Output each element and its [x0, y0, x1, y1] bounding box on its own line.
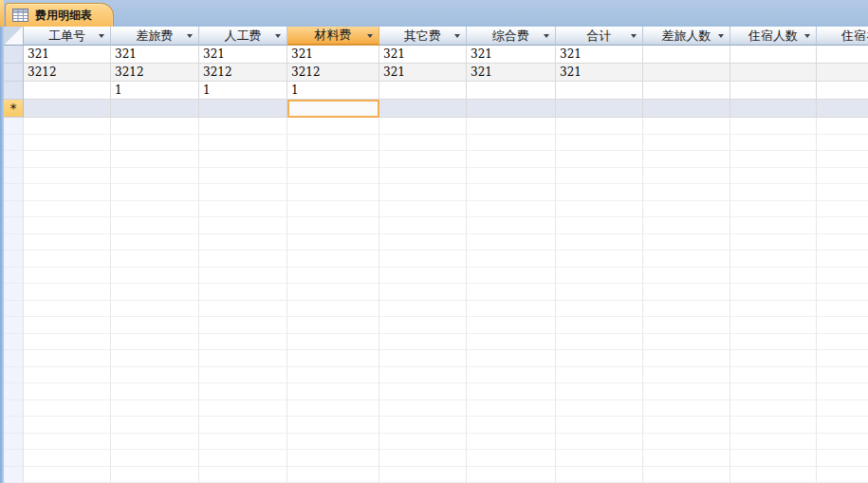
empty-cell	[467, 251, 556, 268]
column-dropdown-arrow-icon[interactable]	[544, 34, 549, 38]
column-header-5[interactable]: 综合费	[467, 27, 556, 46]
empty-row-7-selector[interactable]	[4, 234, 24, 251]
empty-row-17-selector[interactable]	[4, 400, 24, 418]
column-dropdown-arrow-icon[interactable]	[804, 34, 810, 38]
empty-cell	[730, 135, 817, 152]
cell-r0-c1[interactable]: 321	[111, 46, 199, 64]
empty-row-12-selector[interactable]	[4, 317, 24, 334]
cell-r0-c4[interactable]: 321	[379, 46, 467, 64]
column-header-7[interactable]: 差旅人数	[643, 27, 730, 46]
cell-r2-c1[interactable]: 1	[111, 82, 199, 100]
column-header-1[interactable]: 差旅费	[111, 27, 199, 46]
tab-expense-detail-table[interactable]: 费用明细表	[5, 3, 114, 27]
column-header-9[interactable]: 住宿补	[817, 27, 868, 46]
cell-r2-c9[interactable]	[817, 82, 868, 100]
empty-row-0-selector[interactable]	[4, 118, 24, 135]
empty-row-5-selector[interactable]	[4, 201, 24, 218]
column-dropdown-arrow-icon[interactable]	[631, 34, 637, 38]
selected-cell[interactable]	[287, 100, 379, 118]
cell-r0-c8[interactable]	[730, 46, 817, 64]
new-record-cell-c1[interactable]	[111, 100, 199, 118]
column-header-0[interactable]: 工单号	[24, 27, 111, 46]
cell-r0-c9[interactable]	[817, 46, 868, 64]
new-record-cell-c5[interactable]	[467, 100, 556, 118]
cell-r1-c2[interactable]: 3212	[199, 64, 287, 82]
cell-r2-c2[interactable]: 1	[199, 82, 287, 100]
new-record-cell-c7[interactable]	[643, 100, 730, 118]
empty-row-3-selector[interactable]	[4, 168, 24, 185]
new-record-cell-c2[interactable]	[199, 100, 287, 118]
cell-r0-c5[interactable]: 321	[467, 46, 556, 64]
cell-r0-c2[interactable]: 321	[199, 46, 287, 64]
column-dropdown-arrow-icon[interactable]	[454, 34, 460, 38]
empty-cell	[643, 118, 730, 135]
cell-r2-c7[interactable]	[643, 82, 730, 100]
empty-row-11-selector[interactable]	[4, 301, 24, 318]
cell-r0-c3[interactable]: 321	[287, 46, 379, 64]
empty-row-19-selector[interactable]	[4, 434, 24, 451]
cell-r2-c5[interactable]	[467, 82, 556, 100]
cell-r1-c5[interactable]: 321	[467, 64, 556, 82]
row-2-selector[interactable]	[4, 82, 24, 100]
empty-row-2-selector[interactable]	[4, 151, 24, 168]
cell-r2-c0[interactable]	[24, 82, 111, 100]
new-record-cell-c8[interactable]	[730, 100, 817, 118]
column-header-6[interactable]: 合计	[556, 27, 643, 46]
cell-r1-c6[interactable]: 321	[556, 64, 643, 82]
empty-row-14-selector[interactable]	[4, 350, 24, 367]
new-record-cell-c6[interactable]	[556, 100, 643, 118]
cell-r2-c6[interactable]	[556, 82, 643, 100]
empty-cell	[643, 284, 730, 301]
empty-cell	[111, 434, 199, 451]
row-1-selector[interactable]	[4, 64, 24, 82]
cell-r2-c8[interactable]	[730, 82, 817, 100]
empty-row-16-selector[interactable]	[4, 383, 24, 400]
column-header-3[interactable]: 材料费	[287, 27, 379, 46]
cell-r2-c4[interactable]	[379, 82, 467, 100]
column-header-2[interactable]: 人工费	[199, 27, 287, 46]
cell-r1-c8[interactable]	[730, 64, 817, 82]
column-dropdown-arrow-icon[interactable]	[187, 34, 193, 38]
empty-row-6-selector[interactable]	[4, 217, 24, 234]
column-header-8[interactable]: 住宿人数	[730, 27, 817, 46]
cell-r0-c6[interactable]: 321	[556, 46, 643, 64]
empty-row-18-selector[interactable]	[4, 417, 24, 434]
empty-row-1-selector[interactable]	[4, 135, 24, 152]
empty-cell	[730, 151, 817, 168]
cell-r1-c0[interactable]: 3212	[24, 64, 111, 82]
cell-r1-c4[interactable]: 321	[379, 64, 467, 82]
empty-cell	[199, 434, 287, 451]
empty-cell	[643, 184, 730, 201]
empty-cell	[379, 201, 467, 218]
empty-row-8-selector[interactable]	[4, 251, 24, 268]
cell-r1-c3[interactable]: 3212	[287, 64, 379, 82]
cell-r1-c9[interactable]	[817, 64, 868, 82]
select-all-corner-button[interactable]	[4, 27, 24, 46]
column-dropdown-arrow-icon[interactable]	[718, 34, 724, 38]
row-0-selector[interactable]	[4, 46, 24, 64]
empty-row-13-selector[interactable]	[4, 334, 24, 351]
new-record-row-selector[interactable]: *	[4, 100, 24, 118]
empty-cell	[817, 217, 868, 234]
column-dropdown-arrow-icon[interactable]	[275, 34, 281, 38]
empty-row-10-selector[interactable]	[4, 284, 24, 301]
new-record-cell-c4[interactable]	[379, 100, 467, 118]
cell-r0-c0[interactable]: 321	[24, 46, 111, 64]
empty-cell	[643, 234, 730, 251]
column-dropdown-arrow-icon[interactable]	[367, 34, 373, 38]
new-record-cell-c0[interactable]	[24, 100, 111, 118]
empty-row-20-selector[interactable]	[4, 450, 24, 467]
empty-row-4-selector[interactable]	[4, 184, 24, 201]
column-header-4[interactable]: 其它费	[379, 27, 467, 46]
empty-cell	[730, 284, 817, 301]
empty-row-21-selector[interactable]	[4, 467, 24, 483]
column-dropdown-arrow-icon[interactable]	[99, 34, 104, 38]
empty-row-9-selector[interactable]	[4, 268, 24, 285]
empty-cell	[111, 467, 199, 483]
empty-row-15-selector[interactable]	[4, 367, 24, 384]
cell-r1-c1[interactable]: 3212	[111, 64, 199, 82]
new-record-cell-c9[interactable]	[817, 100, 868, 118]
cell-r0-c7[interactable]	[643, 46, 730, 64]
cell-r2-c3[interactable]: 1	[287, 82, 379, 100]
cell-r1-c7[interactable]	[643, 64, 730, 82]
